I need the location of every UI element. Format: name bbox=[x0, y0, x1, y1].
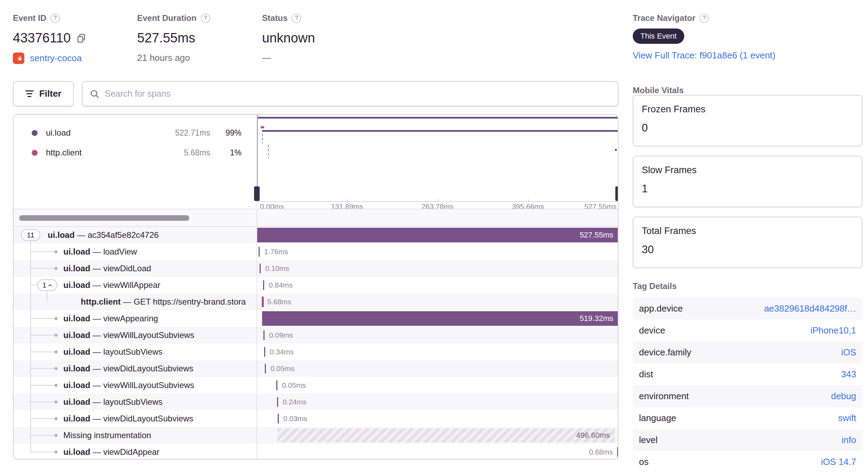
tag-value-link[interactable]: ae3829618d484298f… bbox=[764, 303, 856, 314]
span-row[interactable]: ui.load — viewDidLoad 0.10ms bbox=[14, 260, 618, 277]
tag-row: dist 343 bbox=[633, 363, 862, 385]
span-row-missing-instrumentation[interactable]: Missing instrumentation 496.60ms bbox=[14, 427, 618, 444]
copy-icon[interactable] bbox=[76, 33, 87, 43]
tag-value-link[interactable]: 343 bbox=[841, 369, 856, 380]
this-event-badge[interactable]: This Event bbox=[633, 29, 684, 44]
event-id-label: Event ID bbox=[13, 13, 46, 23]
span-row[interactable]: ui.load — layoutSubViews 0.34ms bbox=[14, 344, 618, 360]
minimap-left-handle[interactable] bbox=[254, 186, 260, 201]
event-id-label-row: Event ID ? bbox=[13, 13, 87, 23]
vital-card-slow-frames: Slow Frames 1 bbox=[633, 156, 862, 207]
minimap-right-handle[interactable] bbox=[615, 186, 618, 201]
span-row[interactable]: 11ui.load — ac354af5e82c4726 527.55ms bbox=[14, 227, 618, 243]
span-bar[interactable] bbox=[259, 247, 260, 257]
search-input[interactable] bbox=[105, 89, 611, 99]
span-bar[interactable] bbox=[265, 364, 266, 373]
span-row[interactable]: ui.load — viewWillLayoutSubviews 0.05ms bbox=[14, 377, 618, 394]
tree-trunk-line bbox=[47, 291, 47, 302]
child-count-badge[interactable]: 1 bbox=[37, 279, 57, 291]
event-duration-section: Event Duration ? 527.55ms 21 hours ago bbox=[137, 13, 210, 63]
span-bar[interactable] bbox=[278, 414, 279, 424]
status-sub: — bbox=[262, 53, 271, 63]
tag-value-link[interactable]: debug bbox=[831, 391, 856, 402]
search-icon bbox=[89, 89, 100, 99]
span-row[interactable]: 1ui.load — viewWillAppear 0.84ms bbox=[14, 277, 618, 293]
filter-button[interactable]: Filter bbox=[13, 81, 74, 106]
tag-value-link[interactable]: iOS bbox=[841, 347, 856, 358]
mobile-vitals-heading: Mobile Vitals bbox=[633, 86, 684, 95]
horizontal-scrollbar-thumb[interactable] bbox=[19, 215, 189, 221]
tag-details-heading: Tag Details bbox=[633, 281, 677, 291]
help-icon[interactable]: ? bbox=[50, 14, 60, 23]
minimap-dashed-mark bbox=[262, 134, 263, 144]
event-time-ago: 21 hours ago bbox=[137, 53, 190, 63]
tag-row: app.device ae3829618d484298f… bbox=[633, 298, 862, 320]
span-row[interactable]: ui.load — layoutSubViews 0.24ms bbox=[14, 394, 618, 410]
view-full-trace-link[interactable]: View Full Trace: f901a8e6 (1 event) bbox=[633, 50, 775, 61]
chevron-up-icon bbox=[48, 284, 52, 287]
trace-navigator-label: Trace Navigator bbox=[633, 13, 695, 23]
tag-row: language swift bbox=[633, 407, 862, 429]
span-row[interactable]: ui.load — loadView 1.76ms bbox=[14, 243, 618, 260]
child-count-badge[interactable]: 11 bbox=[21, 229, 40, 241]
status-label: Status bbox=[262, 13, 287, 23]
minimap-right-guide bbox=[618, 115, 618, 201]
column-divider[interactable] bbox=[257, 115, 257, 459]
horizontal-scrollbar-track[interactable] bbox=[14, 209, 618, 227]
span-tree: 11ui.load — ac354af5e82c4726 527.55ms ui… bbox=[14, 227, 618, 460]
span-row[interactable]: ui.load — viewWillLayoutSubviews 0.09ms bbox=[14, 327, 618, 344]
tag-value-link[interactable]: swift bbox=[838, 413, 856, 424]
filter-icon bbox=[25, 90, 34, 97]
vital-card-total-frames: Total Frames 30 bbox=[633, 217, 862, 268]
span-search bbox=[82, 81, 618, 106]
tag-value-link[interactable]: iOS 14.7 bbox=[821, 457, 856, 467]
span-bar[interactable] bbox=[257, 228, 618, 242]
span-bar[interactable] bbox=[277, 397, 278, 407]
vital-card-frozen-frames: Frozen Frames 0 bbox=[633, 95, 862, 146]
tag-row: environment debug bbox=[633, 385, 862, 407]
trace-minimap[interactable] bbox=[257, 115, 618, 201]
minimap-end-tick bbox=[615, 149, 617, 151]
span-bar[interactable] bbox=[264, 347, 265, 357]
span-bar[interactable] bbox=[263, 280, 264, 290]
span-bar[interactable] bbox=[277, 428, 615, 442]
span-row[interactable]: http.client — GET https://sentry-brand.s… bbox=[14, 293, 618, 310]
span-bar[interactable] bbox=[263, 330, 265, 340]
tag-value-link[interactable]: info bbox=[842, 435, 856, 445]
legend-item-uiload: ui.load 522.71ms 99% bbox=[32, 128, 257, 138]
tag-row: os iOS 14.7 bbox=[633, 451, 862, 473]
tree-trunk-line bbox=[30, 241, 31, 452]
span-row[interactable]: ui.load — viewAppearing 519.32ms bbox=[14, 310, 618, 327]
trace-waterfall-panel: ui.load 522.71ms 99% http.client 5.68ms … bbox=[13, 114, 618, 460]
tag-row: device iPhone10,1 bbox=[633, 320, 862, 341]
trace-navigator-section: Trace Navigator ? This Event View Full T… bbox=[633, 13, 775, 61]
status-value: unknown bbox=[262, 31, 315, 46]
span-bar[interactable] bbox=[262, 311, 618, 326]
minimap-dashed-mark bbox=[268, 145, 269, 159]
tag-details-table: app.device ae3829618d484298f… device iPh… bbox=[633, 298, 862, 473]
minimap-span-line bbox=[258, 117, 618, 119]
tag-value-link[interactable]: iPhone10,1 bbox=[810, 325, 856, 336]
event-duration-value: 527.55ms bbox=[137, 31, 195, 46]
status-section: Status ? unknown — bbox=[262, 13, 315, 63]
minimap-span-line bbox=[262, 130, 618, 132]
span-bar[interactable] bbox=[617, 447, 618, 457]
event-id-value: 43376110 bbox=[13, 31, 71, 46]
project-link[interactable]: sentry-cocoa bbox=[30, 53, 82, 64]
span-bar[interactable] bbox=[262, 297, 264, 307]
legend-item-httpclient: http.client 5.68ms 1% bbox=[32, 147, 257, 158]
span-row[interactable]: ui.load — viewDidLayoutSubviews 0.05ms bbox=[14, 360, 618, 377]
event-id-section: Event ID ? 43376110 sentry-cocoa bbox=[13, 13, 87, 64]
help-icon[interactable]: ? bbox=[292, 14, 301, 23]
event-duration-label: Event Duration bbox=[137, 13, 197, 23]
span-bar[interactable] bbox=[260, 264, 261, 273]
help-icon[interactable]: ? bbox=[201, 14, 210, 23]
help-icon[interactable]: ? bbox=[700, 14, 709, 23]
span-row[interactable]: ui.load — viewDidAppear 0.68ms bbox=[14, 444, 618, 460]
legend-dot bbox=[32, 130, 38, 136]
swift-icon bbox=[13, 53, 24, 64]
tag-row: level info bbox=[633, 429, 862, 451]
span-bar[interactable] bbox=[276, 380, 277, 390]
minimap-http-mark bbox=[261, 126, 264, 128]
span-row[interactable]: ui.load — viewDidLayoutSubviews 0.03ms bbox=[14, 410, 618, 427]
